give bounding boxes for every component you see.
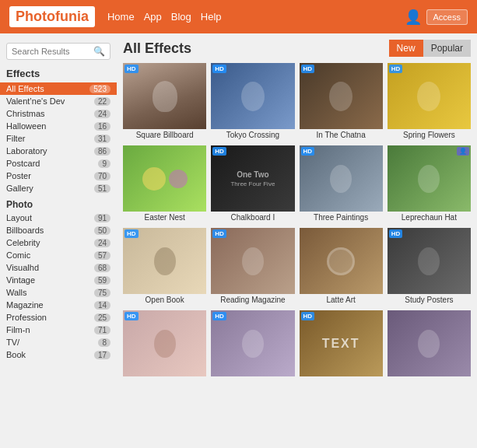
hd-badge: HD bbox=[125, 65, 139, 73]
effect-card-square-billboard[interactable]: HD Square Billboard bbox=[123, 63, 206, 141]
effect-card-tokyo[interactable]: HD Tokyo Crossing bbox=[211, 63, 294, 141]
tab-buttons: New Popular bbox=[389, 40, 471, 57]
sidebar-item-postcard[interactable]: Postcard 9 bbox=[0, 157, 117, 170]
sidebar-item-label: Layout bbox=[6, 213, 32, 222]
content: All Effects New Popular HD Square Billbo… bbox=[117, 33, 477, 386]
sidebar-item-label: Walls bbox=[6, 288, 26, 297]
effect-card-easter[interactable]: Easter Nest bbox=[123, 145, 206, 223]
sidebar-item-profession[interactable]: Profession 25 bbox=[0, 311, 117, 324]
effect-label: Open Book bbox=[123, 294, 206, 306]
sidebar-item-label: Vintage bbox=[6, 275, 35, 285]
effect-card-leprechaun[interactable]: 👤 Leprechaun Hat bbox=[388, 145, 471, 223]
sidebar-item-comic[interactable]: Comic 57 bbox=[0, 249, 117, 261]
sidebar-item-valentines[interactable]: Valent’ne's Dev 22 bbox=[0, 95, 117, 107]
sidebar-item-count: 16 bbox=[94, 122, 110, 131]
tab-new[interactable]: New bbox=[389, 40, 423, 57]
effect-card-paintings[interactable]: HD Three Paintings bbox=[300, 145, 383, 223]
sidebar-item-label: Billboards bbox=[6, 226, 44, 235]
sidebar-item-visualhd[interactable]: Visualhd 68 bbox=[0, 261, 117, 274]
sidebar-item-label: All Effects bbox=[6, 84, 44, 93]
effect-card-study[interactable]: HD Study Posters bbox=[388, 228, 471, 306]
sidebar-item-filter[interactable]: Filter 31 bbox=[0, 132, 117, 145]
sidebar-item-gallery[interactable]: Gallery 51 bbox=[0, 182, 117, 194]
effect-card-row4-3[interactable]: TEXT HD bbox=[300, 310, 383, 380]
access-button[interactable]: Access bbox=[426, 9, 468, 25]
search-icon[interactable]: 🔍 bbox=[93, 46, 105, 57]
sidebar-item-label: TV/ bbox=[6, 338, 19, 347]
sidebar-item-poster[interactable]: Poster 70 bbox=[0, 170, 117, 182]
sidebar-item-count: 75 bbox=[94, 289, 110, 297]
sidebar-item-count: 24 bbox=[94, 110, 110, 118]
hd-badge: HD bbox=[389, 229, 403, 238]
nav-help[interactable]: Help bbox=[201, 11, 222, 23]
sidebar-item-walls[interactable]: Walls 75 bbox=[0, 286, 117, 299]
sidebar-item-label: Halloween bbox=[6, 121, 46, 131]
effect-card-latte[interactable]: Latte Art bbox=[300, 228, 383, 306]
nav-app[interactable]: App bbox=[144, 11, 162, 23]
sidebar: 🔍 Effects All Effects 523 Valent’ne's De… bbox=[0, 33, 117, 386]
effect-label: Chalkboard I bbox=[211, 212, 294, 223]
effect-label: Study Posters bbox=[388, 294, 471, 306]
nav: Home App Blog Help bbox=[107, 11, 222, 23]
sidebar-item-book[interactable]: Book 17 bbox=[0, 348, 117, 361]
hd-badge: HD bbox=[212, 65, 226, 73]
tab-popular[interactable]: Popular bbox=[423, 40, 471, 57]
hd-badge: HD bbox=[125, 229, 139, 238]
effects-grid: HD Square Billboard HD Tokyo Crossing HD… bbox=[123, 63, 471, 380]
effect-label: Three Paintings bbox=[300, 212, 383, 223]
hd-badge: HD bbox=[212, 312, 226, 320]
sidebar-item-count: 50 bbox=[94, 226, 110, 235]
sidebar-item-count: 86 bbox=[94, 147, 110, 156]
effect-label: Square Billboard bbox=[123, 129, 206, 141]
effect-card-magazine[interactable]: HD Reading Magazine bbox=[211, 228, 294, 306]
effect-card-chat[interactable]: HD In The Chatna bbox=[300, 63, 383, 141]
sidebar-item-layout[interactable]: Layout 91 bbox=[0, 212, 117, 224]
sidebar-item-count: 17 bbox=[94, 351, 110, 359]
nav-blog[interactable]: Blog bbox=[171, 11, 191, 23]
sidebar-item-count: 68 bbox=[94, 264, 110, 272]
sidebar-item-label: Celebrity bbox=[6, 238, 40, 247]
sidebar-item-vintage[interactable]: Vintage 59 bbox=[0, 274, 117, 286]
effect-card-flowers[interactable]: HD Spring Flowers bbox=[388, 63, 471, 141]
sidebar-item-label: Poster bbox=[6, 171, 31, 180]
hd-badge: HD bbox=[301, 312, 315, 320]
page-title: All Effects bbox=[123, 40, 191, 57]
sidebar-item-tv[interactable]: TV/ 8 bbox=[0, 336, 117, 348]
sidebar-item-halloween[interactable]: Halloween 16 bbox=[0, 120, 117, 132]
search-input[interactable] bbox=[12, 47, 93, 56]
effect-label bbox=[123, 376, 206, 380]
sidebar-item-film[interactable]: Film-n 71 bbox=[0, 324, 117, 336]
effects-section-header: Effects bbox=[0, 66, 117, 82]
sidebar-item-laboratory[interactable]: Laboratory 86 bbox=[0, 145, 117, 157]
search-box[interactable]: 🔍 bbox=[6, 43, 110, 60]
sidebar-item-magazine[interactable]: Magazine 14 bbox=[0, 299, 117, 311]
logo[interactable]: Photofunia bbox=[9, 6, 95, 27]
hd-badge: HD bbox=[125, 312, 139, 320]
effect-card-book[interactable]: HD Open Book bbox=[123, 228, 206, 306]
photo-section-header: Photo bbox=[0, 196, 117, 212]
main-layout: 🔍 Effects All Effects 523 Valent’ne's De… bbox=[0, 33, 477, 386]
effect-label: Tokyo Crossing bbox=[211, 129, 294, 141]
sidebar-item-billboards[interactable]: Billboards 50 bbox=[0, 224, 117, 236]
effect-card-chalk[interactable]: One Two Three Four Five HD Chalkboard I bbox=[211, 145, 294, 223]
nav-home[interactable]: Home bbox=[107, 11, 135, 23]
sidebar-item-count: 24 bbox=[94, 239, 110, 247]
sidebar-item-count: 70 bbox=[94, 172, 110, 180]
effect-label: Leprechaun Hat bbox=[388, 212, 471, 223]
sidebar-item-christmas[interactable]: Christmas 24 bbox=[0, 107, 117, 120]
sidebar-item-count: 91 bbox=[94, 214, 110, 222]
effect-label: In The Chatna bbox=[300, 129, 383, 141]
hd-badge: HD bbox=[301, 65, 315, 73]
sidebar-item-label: Valent’ne's Dev bbox=[6, 96, 65, 106]
effect-thumbnail bbox=[123, 145, 206, 212]
effect-card-row4-1[interactable]: HD bbox=[123, 310, 206, 380]
sidebar-item-label: Visualhd bbox=[6, 263, 39, 272]
sidebar-item-count: 9 bbox=[98, 159, 110, 168]
user-icon: 👤 bbox=[405, 9, 422, 26]
effect-card-row4-4[interactable] bbox=[388, 310, 471, 380]
sidebar-item-label: Film-n bbox=[6, 325, 30, 334]
sidebar-item-all-effects[interactable]: All Effects 523 bbox=[0, 82, 117, 95]
effect-card-row4-2[interactable]: HD bbox=[211, 310, 294, 380]
hd-badge: HD bbox=[212, 229, 226, 238]
sidebar-item-celebrity[interactable]: Celebrity 24 bbox=[0, 236, 117, 249]
